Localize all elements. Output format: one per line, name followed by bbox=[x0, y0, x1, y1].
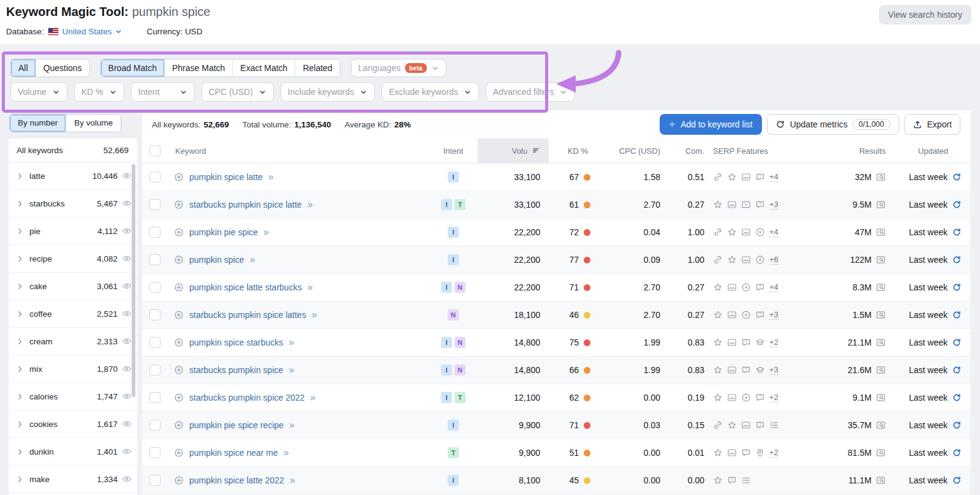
refresh-icon[interactable] bbox=[952, 475, 962, 485]
chevron-right-icon[interactable] bbox=[16, 310, 24, 318]
tab-exact-match[interactable]: Exact Match bbox=[232, 59, 295, 77]
row-checkbox[interactable] bbox=[149, 365, 160, 376]
open-keyword-icon[interactable]: » bbox=[250, 255, 255, 265]
row-checkbox[interactable] bbox=[149, 309, 160, 320]
table-row[interactable]: pumpkin spice latte 2022 » I 8,100 45 0.… bbox=[142, 467, 970, 494]
add-keyword-icon[interactable] bbox=[174, 393, 184, 402]
add-to-keyword-list-button[interactable]: + Add to keyword list bbox=[660, 114, 761, 135]
serp-more-link[interactable]: +2 bbox=[769, 393, 778, 402]
eye-icon[interactable] bbox=[122, 364, 132, 374]
serp-overview-icon[interactable] bbox=[876, 310, 886, 320]
serp-more-link[interactable]: +3 bbox=[769, 311, 778, 320]
sidebar-group-item[interactable]: latte 10,446 bbox=[9, 162, 137, 190]
open-keyword-icon[interactable]: » bbox=[284, 448, 288, 458]
row-checkbox[interactable] bbox=[149, 475, 160, 486]
chevron-right-icon[interactable] bbox=[16, 282, 24, 290]
add-keyword-icon[interactable] bbox=[174, 200, 184, 210]
tab-related[interactable]: Related bbox=[295, 59, 339, 77]
serp-more-link[interactable]: +6 bbox=[769, 255, 778, 265]
table-row[interactable]: pumpkin spice latte » I 33,100 67 1.58 0… bbox=[142, 164, 970, 191]
sidebar-group-item[interactable]: make 1,334 bbox=[9, 466, 137, 493]
serp-more-link[interactable]: +4 bbox=[769, 228, 778, 237]
refresh-icon[interactable] bbox=[952, 255, 962, 265]
update-metrics-button[interactable]: Update metrics 0/1,000 bbox=[767, 114, 899, 135]
serp-more-link[interactable]: +2 bbox=[769, 448, 778, 458]
serp-overview-icon[interactable] bbox=[876, 200, 886, 210]
refresh-icon[interactable] bbox=[952, 338, 962, 347]
add-keyword-icon[interactable] bbox=[174, 282, 184, 292]
keyword-link[interactable]: starbucks pumpkin spice lattes bbox=[189, 310, 306, 320]
chevron-right-icon[interactable] bbox=[16, 255, 24, 263]
serp-overview-icon[interactable] bbox=[876, 448, 886, 458]
row-checkbox[interactable] bbox=[149, 199, 160, 210]
exclude-keywords-dropdown[interactable]: Exclude keywords bbox=[382, 82, 479, 102]
keyword-link[interactable]: pumpkin spice latte 2022 bbox=[189, 475, 284, 485]
table-row[interactable]: pumpkin pie spice » I 22,200 72 0.04 1.0… bbox=[142, 219, 970, 246]
open-keyword-icon[interactable]: » bbox=[288, 338, 293, 347]
intent-filter-dropdown[interactable]: Intent bbox=[131, 82, 195, 102]
keyword-link[interactable]: starbucks pumpkin spice 2022 bbox=[189, 393, 304, 402]
table-row[interactable]: starbucks pumpkin spice lattes » N 18,10… bbox=[142, 301, 970, 329]
chevron-right-icon[interactable] bbox=[16, 227, 24, 235]
serp-overview-icon[interactable] bbox=[876, 227, 886, 237]
sidebar-group-item[interactable]: pie 4,112 bbox=[9, 217, 137, 245]
add-keyword-icon[interactable] bbox=[174, 475, 184, 485]
keyword-link[interactable]: pumpkin spice bbox=[189, 255, 244, 265]
chevron-right-icon[interactable] bbox=[16, 365, 24, 373]
serp-overview-icon[interactable] bbox=[876, 172, 886, 182]
refresh-icon[interactable] bbox=[952, 310, 962, 320]
table-row[interactable]: pumpkin spice near me » T 9,900 51 0.00 … bbox=[142, 439, 970, 467]
open-keyword-icon[interactable]: » bbox=[268, 172, 273, 182]
eye-icon[interactable] bbox=[122, 336, 132, 346]
database-selector[interactable]: United States bbox=[62, 27, 123, 36]
eye-icon[interactable] bbox=[122, 309, 132, 319]
open-keyword-icon[interactable]: » bbox=[307, 200, 312, 210]
eye-icon[interactable] bbox=[122, 391, 132, 401]
table-row[interactable]: starbucks pumpkin spice » IN 14,800 66 1… bbox=[142, 357, 970, 384]
chevron-right-icon[interactable] bbox=[16, 475, 24, 483]
column-updated[interactable]: Updated bbox=[886, 138, 963, 163]
table-row[interactable]: pumpkin spice latte starbucks » IN 22,20… bbox=[142, 274, 970, 301]
column-serp-features[interactable]: SERP Features bbox=[704, 138, 821, 163]
serp-more-link[interactable]: +4 bbox=[769, 283, 778, 292]
row-checkbox[interactable] bbox=[149, 282, 160, 293]
refresh-icon[interactable] bbox=[952, 448, 962, 458]
serp-overview-icon[interactable] bbox=[876, 365, 886, 375]
row-checkbox[interactable] bbox=[149, 337, 160, 348]
keyword-link[interactable]: pumpkin spice latte bbox=[189, 172, 263, 182]
open-keyword-icon[interactable]: » bbox=[290, 475, 295, 485]
add-keyword-icon[interactable] bbox=[174, 310, 184, 320]
sidebar-all-keywords-row[interactable]: All keywords 52,669 bbox=[9, 138, 137, 162]
column-keyword[interactable]: Keyword bbox=[174, 138, 429, 163]
column-kd[interactable]: KD % bbox=[549, 138, 595, 163]
refresh-icon[interactable] bbox=[952, 365, 962, 375]
refresh-icon[interactable] bbox=[952, 393, 962, 402]
refresh-icon[interactable] bbox=[952, 420, 962, 430]
tab-phrase-match[interactable]: Phrase Match bbox=[164, 59, 232, 77]
table-row[interactable]: pumpkin spice » I 22,200 77 0.09 1.00 +6… bbox=[142, 246, 970, 274]
table-row[interactable]: starbucks pumpkin spice latte » IT 33,10… bbox=[142, 191, 970, 219]
serp-overview-icon[interactable] bbox=[876, 255, 886, 265]
row-checkbox[interactable] bbox=[149, 420, 160, 431]
eye-icon[interactable] bbox=[122, 419, 132, 429]
add-keyword-icon[interactable] bbox=[174, 255, 184, 265]
open-keyword-icon[interactable]: » bbox=[263, 227, 268, 237]
column-volume[interactable]: Volu bbox=[478, 138, 549, 163]
keyword-link[interactable]: pumpkin pie spice bbox=[189, 227, 258, 237]
refresh-icon[interactable] bbox=[952, 227, 962, 237]
sidebar-scrollbar[interactable] bbox=[132, 164, 135, 397]
column-cpc[interactable]: CPC (USD) bbox=[595, 138, 660, 163]
keyword-link[interactable]: pumpkin spice latte starbucks bbox=[189, 282, 302, 292]
advanced-filters-dropdown[interactable]: Advanced filters bbox=[486, 82, 575, 102]
chevron-right-icon[interactable] bbox=[16, 393, 24, 401]
add-keyword-icon[interactable] bbox=[174, 172, 184, 182]
add-keyword-icon[interactable] bbox=[174, 365, 184, 375]
keyword-link[interactable]: starbucks pumpkin spice latte bbox=[189, 200, 302, 210]
chevron-right-icon[interactable] bbox=[16, 338, 24, 346]
row-checkbox[interactable] bbox=[149, 447, 160, 458]
table-row[interactable]: pumpkin spice starbucks » IN 14,800 75 1… bbox=[142, 329, 970, 357]
sidebar-group-item[interactable]: recipe 4,082 bbox=[9, 245, 137, 273]
tab-by-number[interactable]: By number bbox=[10, 115, 66, 132]
serp-more-link[interactable]: +4 bbox=[769, 173, 778, 182]
open-keyword-icon[interactable]: » bbox=[307, 282, 312, 292]
